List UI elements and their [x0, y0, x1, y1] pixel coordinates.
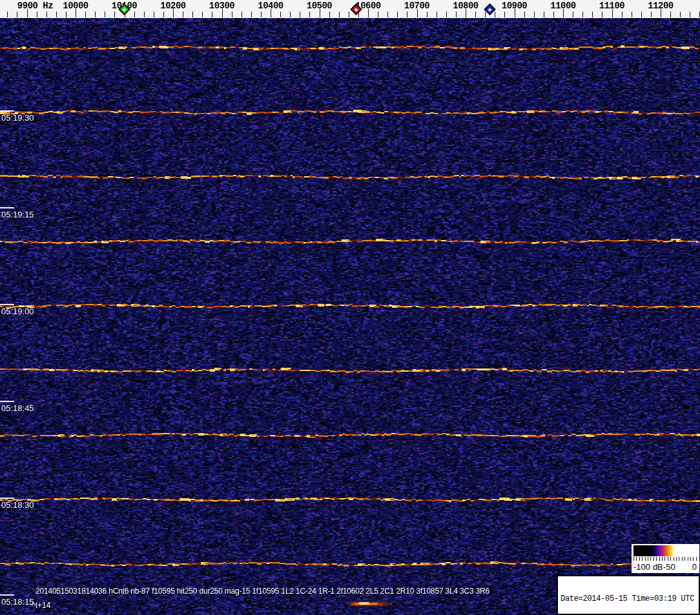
time-label: 05:18:15	[1, 597, 34, 607]
db-max-label: 0	[692, 562, 697, 572]
freq-tick-label: 10800	[453, 1, 479, 11]
time-label: 05:18:30	[1, 500, 34, 510]
freq-tick-label: 10500	[307, 1, 333, 11]
freq-tick-label: 10000	[63, 1, 88, 11]
info-date-time: Date=2014-05-15 Time=03:19 UTC	[561, 595, 696, 604]
db-scale-ticks	[633, 557, 697, 561]
time-label: 05:19:00	[1, 307, 34, 316]
marker-blue-core	[488, 8, 492, 12]
freq-tick-label: 10700	[404, 1, 430, 11]
freq-tick-label: 10400	[258, 1, 283, 11]
freq-tick-label: 9900 Hz	[17, 1, 53, 11]
marker-red-core	[354, 8, 358, 12]
freq-tick-label: 10900	[502, 1, 528, 11]
db-scale-labels: -100 dB -50 0	[632, 561, 699, 572]
time-label: 05:18:45	[1, 403, 34, 413]
time-label: 05:19:30	[1, 113, 34, 123]
freq-tick-label: 11200	[648, 1, 674, 11]
db-mid-label: -50	[663, 562, 675, 572]
db-gradient-bar	[633, 545, 697, 556]
time-label: 05:19:15	[1, 210, 34, 219]
cursor-note: ^t+14	[32, 601, 50, 610]
station-info-box: Date=2014-05-15 Time=03:19 UTC Freq=143 …	[557, 575, 700, 615]
db-color-scale: -100 dB -50 0	[632, 544, 699, 573]
freq-tick-label: 11100	[599, 1, 625, 11]
freq-tick-label: 10300	[209, 1, 235, 11]
marker-green-core	[123, 8, 127, 12]
db-min-label: -100 dB	[633, 562, 663, 572]
frequency-ruler[interactable]: 9900 Hz100001010010200103001040010500106…	[0, 0, 700, 18]
spectrogram-app: 9900 Hz100001010010200103001040010500106…	[0, 0, 700, 615]
freq-tick-label: 11000	[550, 1, 576, 11]
detection-string: 20140515031814036 hCnt6 nb-87 f10595 hit…	[36, 587, 489, 596]
freq-tick-label: 10200	[160, 1, 186, 11]
spectrogram-waterfall[interactable]	[0, 18, 700, 615]
